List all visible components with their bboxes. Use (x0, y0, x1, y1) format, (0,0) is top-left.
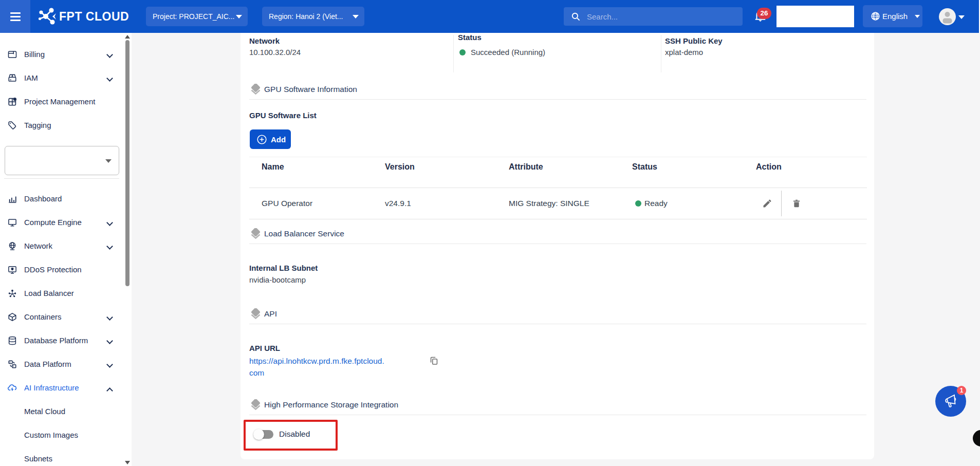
svg-text:FPT CLOUD: FPT CLOUD (59, 10, 129, 23)
